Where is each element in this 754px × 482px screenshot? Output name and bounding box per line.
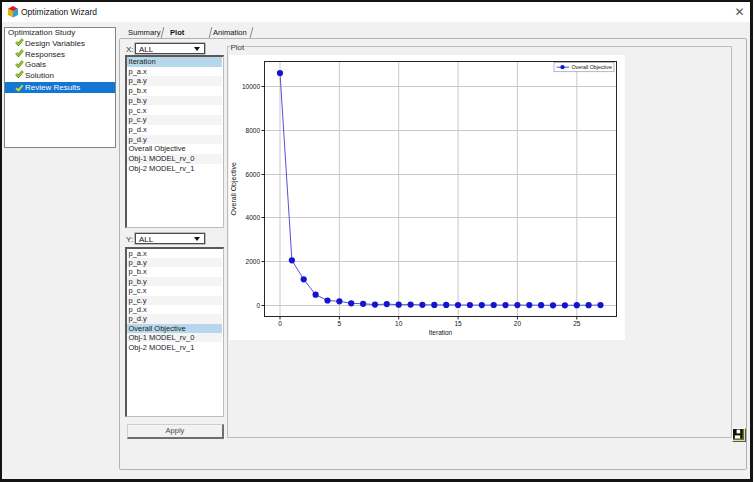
svg-text:Overall Objective: Overall Objective xyxy=(572,64,612,70)
svg-text:15: 15 xyxy=(454,320,462,327)
svg-text:0: 0 xyxy=(278,320,282,327)
svg-text:25: 25 xyxy=(573,320,581,327)
svg-text:0: 0 xyxy=(256,302,260,309)
svg-text:10: 10 xyxy=(395,320,403,327)
svg-text:2000: 2000 xyxy=(246,258,261,265)
svg-text:10000: 10000 xyxy=(242,83,260,90)
svg-text:20: 20 xyxy=(514,320,522,327)
svg-text:Overall Objective: Overall Objective xyxy=(230,162,238,215)
svg-text:5: 5 xyxy=(338,320,342,327)
svg-text:Iteration: Iteration xyxy=(429,329,453,336)
svg-text:6000: 6000 xyxy=(246,171,261,178)
svg-text:8000: 8000 xyxy=(246,127,261,134)
svg-text:4000: 4000 xyxy=(246,214,261,221)
